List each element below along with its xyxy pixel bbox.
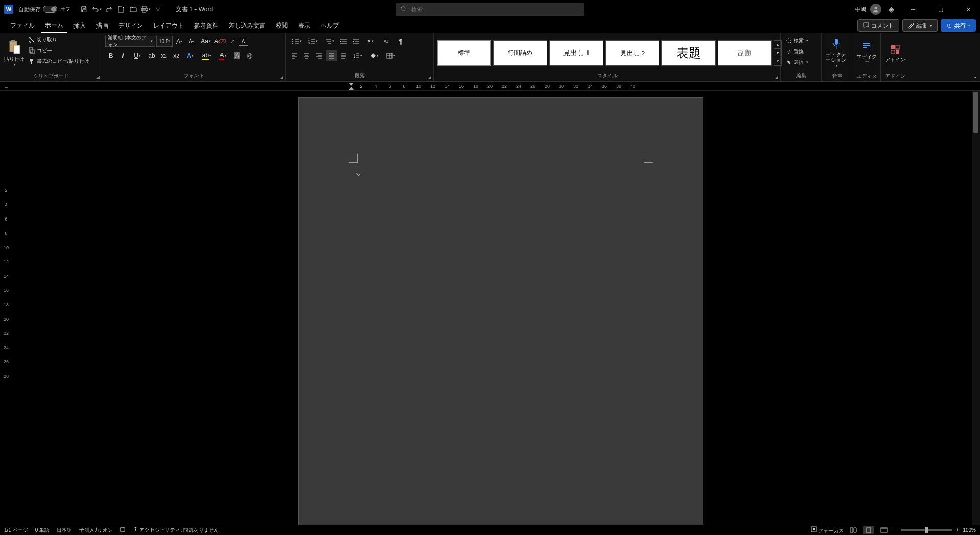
qat-customize-button[interactable]: ▽ xyxy=(152,3,163,15)
sort-button[interactable]: A↓ xyxy=(379,36,394,47)
autosave-toggle[interactable]: 自動保存 オフ xyxy=(18,6,70,13)
subscript-button[interactable]: x2 xyxy=(158,50,169,61)
save-button[interactable] xyxy=(79,3,90,15)
redo-button[interactable] xyxy=(103,3,114,15)
user-name[interactable]: 中嶋 xyxy=(855,6,866,13)
bullets-button[interactable]: ▾ xyxy=(289,36,304,47)
close-button[interactable]: ✕ xyxy=(957,0,980,18)
copy-button[interactable]: コピー xyxy=(27,45,91,56)
underline-button[interactable]: U▾ xyxy=(130,50,145,61)
status-predict[interactable]: 予測入力: オン xyxy=(79,527,113,534)
focus-mode-button[interactable]: フォーカス xyxy=(811,526,844,534)
style-normal[interactable]: 標準 xyxy=(437,40,491,66)
distribute-button[interactable] xyxy=(338,50,349,61)
new-doc-button[interactable] xyxy=(115,3,127,15)
superscript-button[interactable]: x2 xyxy=(170,50,182,61)
open-button[interactable] xyxy=(128,3,139,15)
web-layout-button[interactable] xyxy=(878,526,890,534)
tab-draw[interactable]: 描画 xyxy=(92,19,112,32)
zoom-level[interactable]: 100% xyxy=(963,527,976,533)
justify-button[interactable] xyxy=(326,50,337,61)
horizontal-ruler[interactable]: ∟ 246810121416182022242628303234363840 xyxy=(0,82,980,91)
line-spacing-button[interactable]: ▾ xyxy=(350,50,365,61)
find-button[interactable]: 検索▾ xyxy=(784,36,811,46)
tab-insert[interactable]: 挿入 xyxy=(69,19,90,32)
styles-launcher[interactable]: ◢ xyxy=(773,74,779,80)
multilevel-list-button[interactable]: ▾ xyxy=(322,36,337,47)
zoom-out-button[interactable]: − xyxy=(894,527,897,533)
tab-help[interactable]: ヘルプ xyxy=(316,19,343,32)
numbering-button[interactable]: 123▾ xyxy=(305,36,321,47)
zoom-in-button[interactable]: + xyxy=(956,527,959,533)
toggle-switch-icon[interactable] xyxy=(43,6,57,13)
status-page[interactable]: 1/1 ページ xyxy=(4,527,28,534)
change-case-button[interactable]: Aa▾ xyxy=(198,36,213,47)
decrease-indent-button[interactable] xyxy=(338,36,349,47)
format-painter-button[interactable]: 書式のコピー/貼り付け xyxy=(27,56,91,66)
vertical-ruler[interactable]: 246810121416182022242628 xyxy=(0,91,12,525)
shading-button[interactable]: ▾ xyxy=(366,50,382,61)
undo-button[interactable]: ▾ xyxy=(91,3,102,15)
dictate-button[interactable]: ディクテーション▾ xyxy=(825,35,847,71)
tab-mailings[interactable]: 差し込み文書 xyxy=(225,19,270,32)
style-heading2[interactable]: 見出し 2 xyxy=(605,40,659,66)
comments-button[interactable]: コメント xyxy=(857,19,899,32)
clipboard-launcher[interactable]: ◢ xyxy=(94,74,101,80)
select-button[interactable]: 選択▾ xyxy=(784,57,811,67)
editor-button[interactable]: エディター xyxy=(855,35,877,71)
strikethrough-button[interactable]: ab xyxy=(146,50,157,61)
status-language[interactable]: 日本語 xyxy=(57,527,72,534)
search-input[interactable]: 検索 xyxy=(396,3,584,16)
borders-button[interactable]: ▾ xyxy=(383,50,398,61)
text-effects-button[interactable]: A▾ xyxy=(183,50,198,61)
increase-indent-button[interactable] xyxy=(350,36,361,47)
cut-button[interactable]: 切り取り xyxy=(27,35,91,45)
zoom-slider[interactable] xyxy=(901,529,952,531)
collapse-ribbon-button[interactable]: ⌄ xyxy=(973,74,977,79)
font-size-input[interactable]: 10.5▾ xyxy=(156,36,173,47)
share-button[interactable]: 共有▾ xyxy=(941,19,976,32)
highlight-button[interactable]: ab▾ xyxy=(199,50,214,61)
status-words[interactable]: 0 単語 xyxy=(35,527,50,534)
ruler-corner[interactable]: ∟ xyxy=(0,82,12,91)
vertical-scrollbar[interactable] xyxy=(972,91,980,525)
style-title[interactable]: 表題 xyxy=(662,40,716,66)
align-right-button[interactable] xyxy=(313,50,325,61)
read-mode-button[interactable] xyxy=(848,526,859,534)
enclose-chars-button[interactable]: A xyxy=(239,37,248,46)
char-shading-button[interactable]: A xyxy=(232,50,243,61)
tab-view[interactable]: 表示 xyxy=(294,19,314,32)
document-canvas[interactable] xyxy=(12,91,980,525)
tab-design[interactable]: デザイン xyxy=(114,19,147,32)
font-launcher[interactable]: ◢ xyxy=(278,74,284,80)
tab-references[interactable]: 参考資料 xyxy=(190,19,223,32)
style-subtitle[interactable]: 副題 xyxy=(718,40,772,66)
align-center-button[interactable] xyxy=(301,50,312,61)
align-left-button[interactable] xyxy=(289,50,300,61)
style-no-spacing[interactable]: 行間詰め xyxy=(493,40,547,66)
bold-button[interactable]: B xyxy=(105,50,116,61)
replace-button[interactable]: 置換 xyxy=(784,46,806,57)
paste-button[interactable]: 貼り付け ▾ xyxy=(3,35,26,71)
tab-layout[interactable]: レイアウト xyxy=(149,19,188,32)
style-heading1[interactable]: 見出し 1 xyxy=(549,40,603,66)
zoom-thumb[interactable] xyxy=(925,527,928,533)
user-avatar[interactable] xyxy=(870,4,881,15)
print-preview-button[interactable]: ▾ xyxy=(140,3,151,15)
addins-button[interactable]: アドイン xyxy=(884,35,906,71)
tab-review[interactable]: 校閲 xyxy=(272,19,292,32)
tab-home[interactable]: ホーム xyxy=(41,19,67,33)
show-marks-button[interactable]: ¶ xyxy=(395,36,406,47)
font-name-input[interactable]: 游明朝 (本文のフォン▾ xyxy=(105,36,155,47)
tab-file[interactable]: ファイル xyxy=(6,19,39,32)
paragraph-launcher[interactable]: ◢ xyxy=(426,74,432,80)
page[interactable] xyxy=(298,97,703,525)
italic-button[interactable]: I xyxy=(117,50,129,61)
font-color-button[interactable]: A▾ xyxy=(215,50,231,61)
asian-layout-button[interactable]: ✕▾ xyxy=(362,36,378,47)
shrink-font-button[interactable]: A▾ xyxy=(186,36,197,47)
char-border-button[interactable]: ㊕ xyxy=(244,50,255,61)
grow-font-button[interactable]: A▴ xyxy=(174,36,185,47)
minimize-button[interactable]: ─ xyxy=(901,0,925,18)
premium-icon[interactable]: ◈ xyxy=(889,5,894,13)
